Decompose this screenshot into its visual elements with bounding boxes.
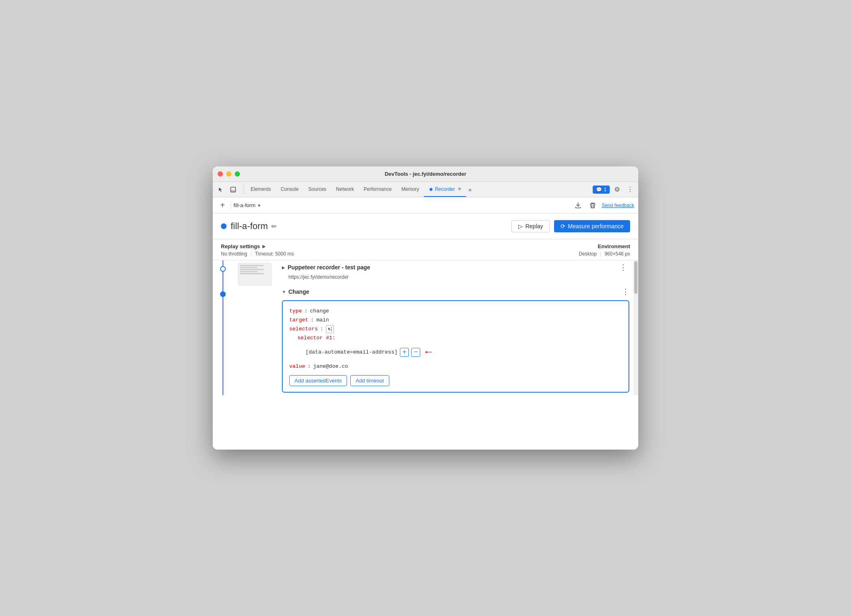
code-value-val: jane@doe.co	[313, 362, 348, 371]
add-recording-button[interactable]: +	[217, 200, 228, 211]
change-step-more-button[interactable]: ⋮	[622, 287, 629, 296]
add-selector-button[interactable]: +	[400, 348, 409, 357]
change-step-code-block: type : change target : main selectors	[282, 300, 629, 393]
tab-recorder[interactable]: ⏺ Recorder ✕	[424, 182, 466, 197]
step-thumbnail-container	[233, 260, 278, 286]
recorder-toolbar: + fill-a-form ▾ Send feedback	[213, 197, 638, 214]
replay-button[interactable]: ▷ Replay	[511, 220, 550, 232]
export-button[interactable]	[572, 200, 584, 211]
code-type-key: type	[289, 307, 302, 316]
change-step-title: Change	[288, 288, 309, 295]
thumb-line-4	[240, 271, 257, 272]
send-feedback-link[interactable]: Send feedback	[602, 203, 634, 208]
code-type-colon: :	[304, 307, 308, 316]
maximize-button[interactable]	[235, 171, 240, 177]
code-value-colon: :	[308, 362, 311, 371]
cursor-icon[interactable]	[215, 184, 227, 195]
change-timeline-line	[223, 286, 223, 395]
replay-settings-bar: Replay settings ▶ No throttling | Timeou…	[213, 239, 638, 260]
environment-details: Desktop | 960×546 px	[579, 251, 630, 257]
navigate-expand-icon: ▶	[282, 265, 285, 270]
change-timeline	[213, 286, 233, 395]
more-tabs-button[interactable]: »	[466, 182, 474, 197]
environment-label: Environment	[579, 243, 630, 249]
change-step-content: ▼ Change ⋮ type : change	[278, 286, 633, 395]
code-target-line: target : main	[289, 316, 622, 325]
steps-wrapper: ▶ Puppeteer recorder - test page ⋮ https…	[213, 260, 633, 395]
navigate-timeline	[213, 260, 233, 286]
change-thumb-spacer	[233, 286, 278, 395]
change-step-header[interactable]: ▼ Change ⋮	[282, 286, 629, 298]
change-expand-icon: ▼	[282, 290, 286, 294]
devtools-window: DevTools - jec.fyi/demo/recorder Element…	[213, 166, 638, 450]
svg-rect-2	[331, 327, 332, 328]
replay-settings-left: Replay settings ▶ No throttling | Timeou…	[221, 243, 294, 257]
titlebar: DevTools - jec.fyi/demo/recorder	[213, 166, 638, 182]
code-target-key: target	[289, 316, 308, 325]
chat-icon: 💬	[596, 187, 602, 192]
chat-badge-button[interactable]: 💬 1	[593, 186, 610, 194]
recorder-tab-close[interactable]: ✕	[458, 186, 461, 192]
svg-rect-4	[331, 330, 332, 331]
devtools-left-icons	[215, 182, 239, 197]
selector-picker-button[interactable]	[326, 325, 334, 333]
navigate-step-header[interactable]: ▶ Puppeteer recorder - test page ⋮	[282, 260, 629, 274]
close-button[interactable]	[218, 171, 223, 177]
tab-performance[interactable]: Performance	[359, 182, 397, 197]
code-target-val: main	[316, 316, 329, 325]
minimize-button[interactable]	[226, 171, 231, 177]
toolbar-right: Send feedback	[572, 200, 634, 211]
navigate-step-more-button[interactable]: ⋮	[617, 263, 629, 272]
toolbar-separator	[231, 201, 231, 210]
thumb-line-1	[240, 265, 264, 266]
svg-rect-1	[231, 190, 236, 192]
window-title: DevTools - jec.fyi/demo/recorder	[385, 171, 467, 177]
code-selector-val-line: [data-automate=email-address] + − ←	[289, 343, 622, 362]
devtools-right-section: 💬 1 ⚙ ⋮	[593, 182, 636, 197]
replay-settings-expand-icon: ▶	[262, 244, 266, 249]
navigate-step-url: https://jec.fyi/demo/recorder	[282, 274, 629, 282]
tab-network[interactable]: Network	[331, 182, 359, 197]
red-arrow-indicator: ←	[425, 343, 432, 362]
measure-performance-button[interactable]: ⟳ Measure performance	[554, 220, 630, 232]
add-timeout-button[interactable]: Add timeout	[350, 375, 389, 386]
recording-title: fill-a-form	[231, 221, 268, 232]
change-timeline-dot	[220, 291, 226, 297]
more-options-button[interactable]: ⋮	[624, 184, 636, 195]
remove-selector-button[interactable]: −	[411, 348, 420, 357]
recording-dropdown-chevron[interactable]: ▾	[258, 203, 260, 208]
code-selector-num-line: selector #1:	[289, 334, 622, 343]
code-selector-num-label: selector #1:	[297, 334, 336, 343]
tab-console[interactable]: Console	[276, 182, 303, 197]
add-asserted-events-button[interactable]: Add assertedEvents	[289, 375, 347, 386]
recorder-main-content: fill-a-form ✏ ▷ Replay ⟳ Measure perform…	[213, 214, 638, 450]
replay-settings-toggle[interactable]: Replay settings ▶	[221, 243, 294, 249]
thumb-line-2	[240, 267, 257, 268]
scrollbar-thumb[interactable]	[634, 261, 637, 294]
navigate-step-content: ▶ Puppeteer recorder - test page ⋮ https…	[278, 260, 633, 286]
delete-recording-button[interactable]	[587, 200, 598, 211]
code-type-line: type : change	[289, 307, 622, 316]
tab-sources[interactable]: Sources	[303, 182, 331, 197]
recording-name-selector[interactable]: fill-a-form ▾	[233, 202, 260, 208]
scrollbar-track[interactable]	[633, 260, 638, 395]
tab-memory[interactable]: Memory	[397, 182, 424, 197]
code-value-key: value	[289, 362, 305, 371]
code-selectors-line: selectors :	[289, 325, 622, 334]
replay-settings-right: Environment Desktop | 960×546 px	[579, 243, 630, 257]
replay-play-icon: ▷	[518, 223, 523, 229]
code-value-line: value : jane@doe.co	[289, 362, 622, 371]
navigate-timeline-dot	[220, 266, 226, 272]
settings-button[interactable]: ⚙	[611, 184, 623, 195]
timeline-line	[223, 260, 223, 286]
edit-name-icon[interactable]: ✏	[271, 223, 277, 230]
code-type-val: change	[310, 307, 329, 316]
code-action-buttons: Add assertedEvents Add timeout	[289, 375, 622, 386]
tab-elements[interactable]: Elements	[246, 182, 276, 197]
settings-separator: |	[251, 251, 252, 257]
thumb-line-5	[240, 273, 264, 274]
replay-settings-details: No throttling | Timeout: 5000 ms	[221, 251, 294, 257]
navigate-step-row: ▶ Puppeteer recorder - test page ⋮ https…	[213, 260, 633, 286]
dock-icon[interactable]	[227, 184, 239, 195]
measure-icon: ⟳	[561, 223, 565, 229]
